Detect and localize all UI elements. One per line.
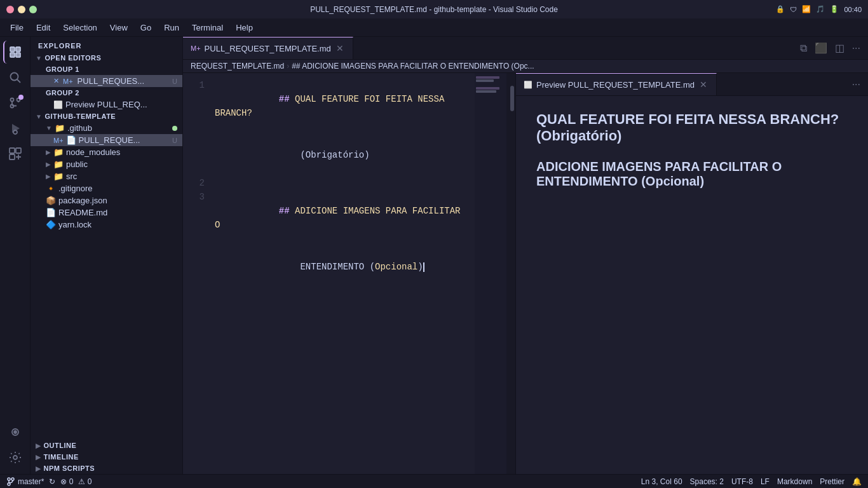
minimap [475, 73, 506, 474]
pull-request-file[interactable]: M+ 📄 PULL_REQUE... U [31, 134, 182, 146]
group1-header[interactable]: GROUP 1 [31, 64, 182, 75]
breadcrumb-sep: › [287, 62, 289, 71]
open-editor-preview[interactable]: ⬜ Preview PULL_REQ... [31, 98, 182, 111]
branch-icon [6, 477, 15, 486]
menubar: File Edit Selection View Go Run Terminal… [0, 19, 868, 37]
editor-split-icon[interactable]: ◫ [832, 41, 847, 55]
errors-label: ⊗ 0 [60, 477, 73, 486]
group2-label: GROUP 2 [46, 89, 79, 97]
status-left: master* ↻ ⊗ 0 ⚠ 0 [6, 477, 92, 486]
svg-point-7 [17, 98, 20, 102]
activity-settings[interactable] [4, 446, 27, 469]
split-editor-icon[interactable]: ⧉ [797, 41, 810, 55]
file-close-icon[interactable]: ✕ [53, 77, 59, 85]
menu-run[interactable]: Run [159, 22, 184, 34]
menu-go[interactable]: Go [135, 22, 156, 34]
yarn-lock-label: yarn.lock [58, 220, 92, 229]
editor-layout-icon[interactable]: ⬛ [812, 41, 830, 55]
node-modules-folder[interactable]: ▶ 📁 node_modules [31, 146, 182, 158]
readme-file[interactable]: 📄 README.md [31, 207, 182, 219]
activity-search[interactable] [4, 66, 27, 89]
tray-vpn-icon: 🛡 [790, 6, 797, 13]
spaces[interactable]: Spaces: 2 [690, 477, 724, 486]
preview-tab-icon: ⬜ [524, 81, 532, 89]
menu-file[interactable]: File [5, 22, 29, 34]
file-group-indicator: U [172, 78, 177, 85]
preview-heading-1: QUAL FEATURE FOI FEITA NESSA BRANCH? (Ob… [536, 111, 848, 144]
svg-point-4 [10, 73, 18, 81]
status-right: Ln 3, Col 60 Spaces: 2 UTF-8 LF Markdown… [641, 477, 862, 486]
tab-close-icon[interactable]: ✕ [335, 43, 345, 53]
line-col[interactable]: Ln 3, Col 60 [641, 477, 682, 486]
scrollbar[interactable] [506, 73, 515, 474]
tab-pull-request-label: PULL_REQUEST_TEMPLATE.md [205, 44, 331, 53]
language-mode[interactable]: Markdown [777, 477, 812, 486]
npm-scripts-section[interactable]: ▶ NPM SCRIPTS [31, 463, 182, 474]
breadcrumb-file: REQUEST_TEMPLATE.md [191, 62, 284, 71]
main-layout: EXPLORER ▼ OPEN EDITORS GROUP 1 ✕ M+ PUL… [0, 37, 868, 474]
error-count[interactable]: ⊗ 0 [60, 477, 73, 486]
public-folder[interactable]: ▶ 📁 public [31, 158, 182, 170]
preview-content: QUAL FEATURE FOI FEITA NESSA BRANCH? (Ob… [516, 96, 868, 474]
git-branch[interactable]: master* [6, 477, 44, 486]
activity-explorer[interactable] [3, 41, 26, 64]
tray-wifi-icon: 📶 [802, 5, 811, 13]
scrollbar-thumb[interactable] [510, 86, 514, 111]
preview-tab[interactable]: ⬜ Preview PULL_REQUEST_TEMPLATE.md ✕ [516, 73, 717, 95]
pull-request-filename: PULL_REQUE... [79, 135, 140, 145]
npm-scripts-label: NPM SCRIPTS [44, 464, 95, 472]
code-line-3: 3 ## ADICIONE IMAGENS PARA FACILITAR O [183, 190, 475, 246]
menu-terminal[interactable]: Terminal [187, 22, 228, 34]
system-tray: 🔒 🛡 📶 🎵 🔋 00:40 [776, 5, 862, 13]
minimize-button[interactable] [18, 6, 25, 13]
menu-help[interactable]: Help [231, 22, 258, 34]
svg-rect-11 [10, 148, 15, 153]
github-folder[interactable]: ▼ 📁 .github [31, 122, 182, 134]
open-editors-section[interactable]: ▼ OPEN EDITORS [31, 52, 182, 64]
github-template-label: GITHUB-TEMPLATE [44, 112, 116, 120]
sync-button[interactable]: ↻ [49, 477, 55, 486]
svg-point-16 [13, 456, 17, 459]
activity-git[interactable] [4, 421, 27, 444]
package-json-file[interactable]: 📦 package.json [31, 194, 182, 207]
src-folder[interactable]: ▶ 📁 src [31, 170, 182, 182]
code-editor[interactable]: 1 ## QUAL FEATURE FOI FEITA NESSA BRANCH… [183, 73, 475, 474]
menu-view[interactable]: View [105, 22, 133, 34]
code-line-2: 2 [183, 176, 475, 190]
menu-selection[interactable]: Selection [58, 22, 102, 34]
formatter[interactable]: Prettier [820, 477, 844, 486]
close-button[interactable] [6, 6, 14, 13]
preview-more-icon[interactable]: ··· [850, 78, 863, 92]
menu-edit[interactable]: Edit [31, 22, 55, 34]
gitignore-file[interactable]: 🔸 .gitignore [31, 182, 182, 194]
maximize-button[interactable] [29, 6, 37, 13]
encoding[interactable]: UTF-8 [731, 477, 753, 486]
activity-run[interactable] [4, 117, 27, 140]
yarn-lock-file[interactable]: 🔷 yarn.lock [31, 219, 182, 231]
group2-header[interactable]: GROUP 2 [31, 87, 182, 98]
line-content-1b: (Obrigatório) [215, 134, 475, 176]
github-template-section[interactable]: ▼ GITHUB-TEMPLATE [31, 111, 182, 122]
more-actions-icon[interactable]: ··· [850, 41, 863, 55]
window-title: PULL_REQUEST_TEMPLATE.md - github-templa… [310, 5, 558, 14]
line-ending[interactable]: LF [761, 477, 770, 486]
timeline-section[interactable]: ▶ TIMELINE [31, 451, 182, 463]
timeline-label: TIMELINE [44, 453, 79, 461]
tab-pull-request[interactable]: M+ PULL_REQUEST_TEMPLATE.md ✕ [183, 37, 353, 59]
svg-point-15 [14, 431, 17, 433]
preview-tab-label: Preview PULL_REQUEST_TEMPLATE.md [536, 80, 695, 90]
warning-count[interactable]: ⚠ 0 [78, 477, 92, 486]
open-editors-label: OPEN EDITORS [44, 54, 101, 62]
feedback-icon[interactable]: 🔔 [852, 477, 862, 486]
preview-filename: Preview PULL_REQ... [65, 100, 147, 109]
open-editor-pull-request[interactable]: ✕ M+ PULL_REQUES... U [31, 75, 182, 87]
activity-source-control[interactable] [4, 92, 27, 114]
github-chevron: ▼ [36, 113, 42, 120]
traffic-lights [6, 6, 37, 13]
tray-network-icon: 🔒 [776, 5, 785, 13]
clock: 00:40 [844, 6, 862, 13]
activity-extensions[interactable] [4, 142, 27, 165]
preview-tab-close[interactable]: ✕ [698, 79, 709, 90]
outline-section[interactable]: ▶ OUTLINE [31, 440, 182, 451]
tab-actions: ⧉ ⬛ ◫ ··· [792, 37, 868, 59]
